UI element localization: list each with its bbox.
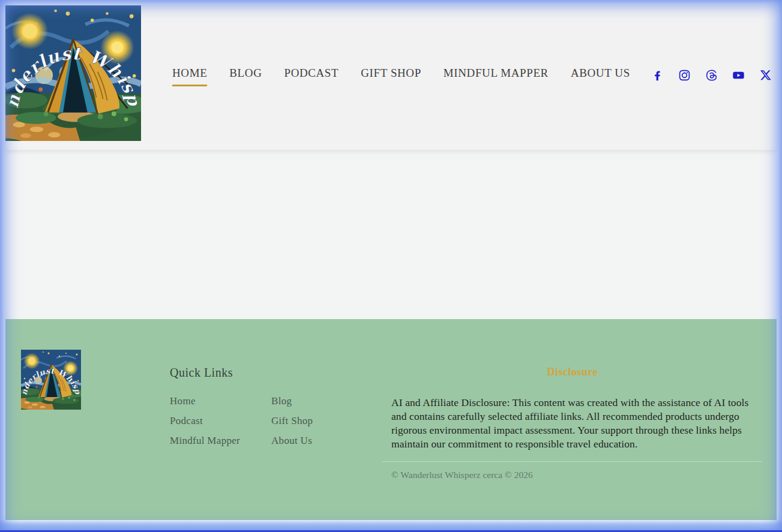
youtube-icon[interactable] — [732, 69, 745, 82]
instagram-icon[interactable] — [678, 69, 691, 82]
nav-item-blog[interactable]: BLOG — [229, 67, 262, 86]
social-icons-row — [651, 69, 772, 82]
page-container: Wanderlust Whisperz HOME BLOG PODCAST GI… — [5, 5, 777, 520]
footer-link-podcast[interactable]: Podcast — [170, 415, 271, 435]
copyright-text: © Wanderlust Whisperz cerca © 2026 — [382, 470, 762, 480]
site-logo[interactable]: Wanderlust Whisperz — [5, 5, 141, 141]
site-header: Wanderlust Whisperz HOME BLOG PODCAST GI… — [5, 5, 777, 150]
nav-item-about-us[interactable]: ABOUT US — [571, 67, 630, 86]
disclosure-section: Disclosure AI and Affiliate Disclosure: … — [382, 366, 762, 480]
footer-link-home[interactable]: Home — [170, 395, 271, 415]
main-nav: HOME BLOG PODCAST GIFT SHOP MINDFUL MAPP… — [172, 67, 630, 86]
quick-links-grid: Home Podcast Mindful Mapper Blog Gift Sh… — [170, 395, 373, 455]
nav-item-home[interactable]: HOME — [172, 67, 207, 86]
main-content-area — [5, 150, 777, 319]
quick-links-section: Quick Links Home Podcast Mindful Mapper … — [170, 366, 373, 455]
nav-item-podcast[interactable]: PODCAST — [284, 67, 338, 86]
nav-item-mindful-mapper[interactable]: MINDFUL MAPPER — [444, 67, 549, 86]
nav-item-gift-shop[interactable]: GIFT SHOP — [361, 67, 421, 86]
threads-icon[interactable] — [705, 69, 718, 82]
footer-link-blog[interactable]: Blog — [271, 395, 373, 415]
quick-links-title: Quick Links — [170, 366, 373, 380]
disclosure-title: Disclosure — [382, 366, 762, 378]
footer-link-about-us[interactable]: About Us — [271, 435, 373, 455]
footer-link-gift-shop[interactable]: Gift Shop — [271, 415, 373, 435]
footer-link-mindful-mapper[interactable]: Mindful Mapper — [170, 435, 271, 455]
footer-divider — [382, 461, 762, 462]
bottom-blue-band — [0, 520, 782, 530]
x-twitter-icon[interactable] — [759, 69, 772, 82]
footer-logo[interactable] — [21, 350, 81, 410]
disclosure-text: AI and Affiliate Disclosure: This conten… — [382, 396, 762, 451]
facebook-icon[interactable] — [651, 69, 664, 82]
site-footer: Quick Links Home Podcast Mindful Mapper … — [5, 319, 777, 520]
